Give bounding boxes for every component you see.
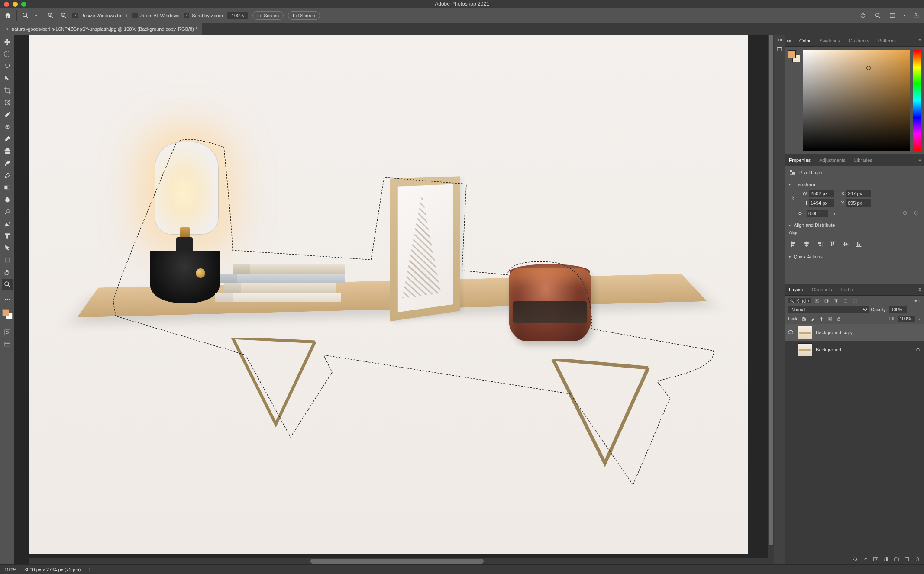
blend-mode-select[interactable]: Normal bbox=[788, 306, 869, 313]
adjustment-layer-icon[interactable] bbox=[882, 555, 889, 562]
tab-paths[interactable]: Paths bbox=[839, 284, 855, 295]
align-section-header[interactable]: Align and Distribute bbox=[789, 223, 920, 228]
move-tool[interactable] bbox=[2, 36, 13, 48]
filter-toggle-icon[interactable] bbox=[914, 297, 921, 304]
y-input[interactable] bbox=[846, 199, 871, 207]
tab-patterns[interactable]: Patterns bbox=[876, 35, 898, 46]
horizontal-scrollbar[interactable] bbox=[29, 558, 774, 564]
opacity-chevron-icon[interactable] bbox=[909, 307, 912, 312]
dodge-tool[interactable] bbox=[2, 206, 13, 217]
brush-tool[interactable] bbox=[2, 133, 13, 145]
canvas-area[interactable] bbox=[14, 35, 774, 564]
new-layer-icon[interactable] bbox=[903, 555, 910, 562]
tab-adjustments[interactable]: Adjustments bbox=[817, 155, 847, 165]
tab-close-icon[interactable]: × bbox=[5, 26, 8, 32]
zoom-tool-icon[interactable] bbox=[21, 11, 30, 20]
layer-name-label[interactable]: Background bbox=[816, 347, 912, 352]
resize-windows-checkbox[interactable]: Resize Windows to Fit bbox=[72, 13, 128, 18]
filter-kind-select[interactable]: Kind ▾ bbox=[788, 298, 811, 303]
color-cursor-icon[interactable] bbox=[866, 66, 871, 70]
tool-preset-chevron-icon[interactable]: ▾ bbox=[35, 13, 37, 18]
tab-gradients[interactable]: Gradients bbox=[847, 35, 871, 46]
docked-panel-icon[interactable] bbox=[775, 45, 784, 53]
close-window-button[interactable] bbox=[4, 2, 9, 7]
blur-tool[interactable] bbox=[2, 194, 13, 205]
scrollbar-thumb[interactable] bbox=[769, 35, 773, 545]
angle-chevron-icon[interactable] bbox=[833, 211, 835, 216]
clone-stamp-tool[interactable] bbox=[2, 145, 13, 157]
flip-vertical-icon[interactable] bbox=[913, 210, 920, 217]
type-tool[interactable] bbox=[2, 230, 13, 242]
filter-shape-icon[interactable] bbox=[842, 297, 849, 304]
edit-toolbar-icon[interactable] bbox=[2, 294, 13, 305]
panel-menu-icon[interactable]: ≡ bbox=[918, 38, 921, 44]
color-field[interactable] bbox=[803, 50, 910, 151]
filter-pixel-icon[interactable] bbox=[814, 297, 821, 304]
panel-menu-icon[interactable]: ≡ bbox=[918, 287, 921, 293]
fill-chevron-icon[interactable] bbox=[918, 316, 921, 321]
tab-layers[interactable]: Layers bbox=[787, 284, 805, 295]
x-input[interactable] bbox=[846, 190, 871, 197]
vertical-scrollbar[interactable] bbox=[768, 35, 774, 558]
home-button[interactable] bbox=[3, 11, 12, 20]
share-icon[interactable] bbox=[912, 11, 921, 20]
zoom-in-icon[interactable] bbox=[46, 11, 55, 20]
fill-input[interactable] bbox=[898, 316, 915, 322]
eraser-tool[interactable] bbox=[2, 170, 13, 181]
layer-visibility-icon[interactable] bbox=[787, 329, 794, 336]
history-brush-tool[interactable] bbox=[2, 158, 13, 169]
foreground-color-swatch[interactable] bbox=[2, 309, 9, 316]
layer-name-label[interactable]: Background copy bbox=[816, 330, 921, 335]
filter-smart-icon[interactable] bbox=[852, 297, 859, 304]
cloud-docs-icon[interactable] bbox=[859, 11, 867, 20]
frame-tool[interactable] bbox=[2, 97, 13, 108]
align-top-icon[interactable] bbox=[828, 239, 837, 249]
zoom-out-icon[interactable] bbox=[59, 11, 68, 20]
fit-screen-button[interactable]: Fit Screen bbox=[252, 11, 284, 20]
group-icon[interactable] bbox=[893, 555, 900, 562]
zoom-tool[interactable] bbox=[2, 279, 13, 290]
marquee-tool[interactable] bbox=[2, 48, 13, 60]
status-zoom[interactable]: 100% bbox=[4, 567, 16, 572]
layer-row[interactable]: Background bbox=[785, 341, 924, 358]
pen-tool[interactable] bbox=[2, 218, 13, 229]
align-bottom-icon[interactable] bbox=[854, 239, 863, 249]
width-input[interactable] bbox=[809, 190, 834, 197]
minimize-window-button[interactable] bbox=[13, 2, 18, 7]
tab-channels[interactable]: Channels bbox=[810, 284, 834, 295]
expand-dock-icon[interactable]: ◂◂ bbox=[777, 37, 782, 42]
quick-actions-section-header[interactable]: Quick Actions bbox=[789, 254, 920, 259]
quick-mask-icon[interactable] bbox=[2, 327, 13, 338]
workspace-switcher-icon[interactable] bbox=[888, 11, 897, 20]
align-vcenter-icon[interactable] bbox=[841, 239, 850, 249]
status-doc-info[interactable]: 3000 px x 2794 px (72 ppi) bbox=[24, 567, 81, 572]
scrubby-zoom-checkbox[interactable]: Scrubby Zoom bbox=[184, 13, 223, 18]
collapse-panel-icon[interactable]: ▸▸ bbox=[787, 38, 792, 43]
document-tab[interactable]: × natural-goods-berlin-L6NP4ZGnpSY-unspl… bbox=[0, 23, 202, 35]
document-canvas[interactable] bbox=[29, 35, 748, 554]
tab-color[interactable]: Color bbox=[798, 35, 812, 46]
eyedropper-tool[interactable] bbox=[2, 109, 13, 120]
color-fg-bg-swatch[interactable] bbox=[788, 50, 800, 62]
layer-mask-icon[interactable] bbox=[872, 555, 879, 562]
maximize-window-button[interactable] bbox=[21, 2, 26, 7]
quick-select-tool[interactable] bbox=[2, 73, 13, 84]
angle-input[interactable] bbox=[807, 210, 828, 217]
layer-style-icon[interactable] bbox=[862, 555, 869, 562]
more-options-icon[interactable]: ⋯ bbox=[915, 239, 920, 249]
lock-pixels-icon[interactable] bbox=[810, 315, 817, 322]
link-layers-icon[interactable] bbox=[851, 555, 858, 562]
panel-menu-icon[interactable]: ≡ bbox=[918, 157, 921, 163]
align-right-icon[interactable] bbox=[815, 239, 824, 249]
flip-horizontal-icon[interactable] bbox=[901, 210, 908, 217]
filter-adjustment-icon[interactable] bbox=[823, 297, 830, 304]
tab-swatches[interactable]: Swatches bbox=[817, 35, 842, 46]
gradient-tool[interactable] bbox=[2, 182, 13, 193]
scrollbar-thumb[interactable] bbox=[310, 559, 484, 564]
height-input[interactable] bbox=[809, 199, 834, 207]
link-wh-icon[interactable] bbox=[789, 191, 797, 205]
layer-thumbnail[interactable] bbox=[798, 326, 812, 339]
fill-screen-button[interactable]: Fill Screen bbox=[288, 11, 320, 20]
lock-artboard-icon[interactable] bbox=[827, 315, 834, 322]
zoom-100-button[interactable]: 100% bbox=[227, 12, 248, 19]
